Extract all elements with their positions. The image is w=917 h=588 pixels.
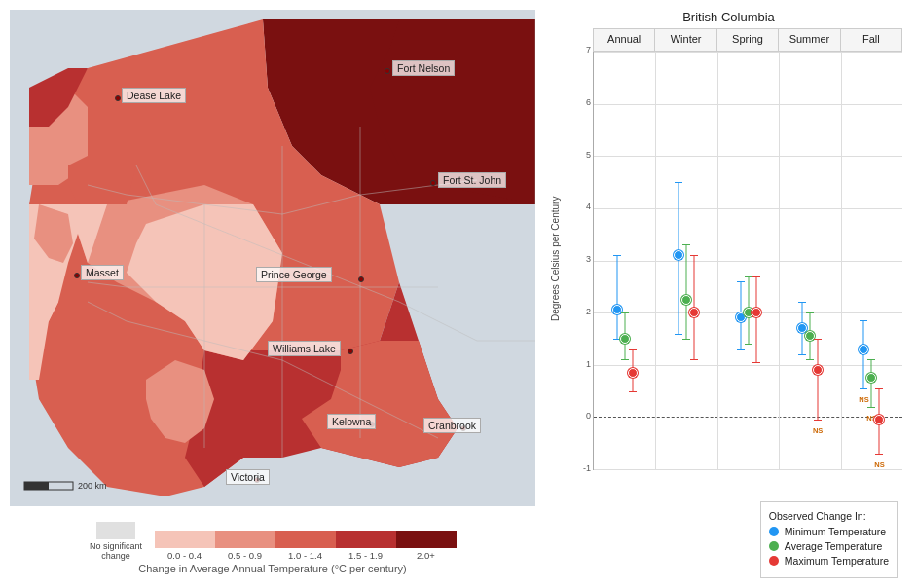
data-dot-avg_temp-col4: [866, 373, 876, 383]
legend-color-box: [215, 531, 275, 548]
col-header: Fall: [840, 28, 902, 52]
city-label-williams-lake: Williams Lake: [268, 341, 341, 356]
error-bar-top-cap: [682, 244, 690, 245]
map-area: 200 km Dease Lake Fort Nelson Fort St. J…: [10, 10, 535, 506]
chart-plot-area: NSNSNSNS: [593, 52, 902, 470]
error-bar-bottom-cap: [745, 344, 752, 345]
error-bar-top-cap: [798, 302, 806, 303]
legend-item: 0.0 - 0.4: [155, 531, 215, 561]
error-bar-bottom-cap: [814, 420, 822, 421]
error-bar-top-cap: [629, 349, 637, 350]
legend-item: 1.0 - 1.4: [275, 531, 336, 561]
city-label-fort-nelson: Fort Nelson: [392, 60, 455, 76]
error-bar-top-cap: [621, 312, 629, 313]
data-dot-max_temp-col3: [813, 365, 823, 375]
y-tick-label: 1: [564, 359, 591, 369]
chart-section: British Columbia Degrees Celsius per Cen…: [545, 0, 917, 588]
city-label-fort-stjohn: Fort St. John: [438, 172, 506, 188]
legend-axis-label: Change in Average Annual Temperature (°C…: [10, 563, 535, 574]
col-header: Annual: [593, 28, 654, 52]
data-dot-max_temp-col2: [752, 308, 761, 317]
y-tick-label: 0: [564, 411, 591, 421]
chart-legend-container: Observed Change In: Minimum Temperature …: [550, 494, 898, 578]
chart-inner: AnnualWinterSpringSummerFall NSNSNSNS -1…: [564, 28, 907, 490]
col-header: Spring: [716, 28, 778, 52]
legend-color-box: [155, 531, 215, 548]
legend-no-sig-box: [96, 522, 135, 539]
city-label-cranbrook: Cranbrook: [423, 418, 481, 433]
vertical-separator: [717, 52, 718, 469]
error-bar-top-cap: [690, 255, 698, 256]
y-tick-label: 4: [564, 202, 591, 211]
error-bar: [871, 359, 872, 406]
city-dot-fort-nelson: [385, 68, 390, 74]
legend-no-sig-label: No significantchange: [90, 541, 143, 561]
legend-dot-avg: [769, 541, 779, 551]
error-bar-top-cap: [752, 276, 760, 277]
data-dot-avg_temp-col0: [620, 334, 630, 344]
error-bar-bottom-cap: [682, 339, 690, 340]
city-dot-williams-lake: [348, 349, 353, 354]
error-bar-bottom-cap: [675, 334, 682, 335]
legend-avg-temp: Average Temperature: [769, 540, 889, 552]
error-bar-bottom-cap: [860, 388, 867, 389]
legend-color-box: [275, 531, 336, 548]
grid-line: [594, 469, 902, 470]
column-headers: AnnualWinterSpringSummerFall: [593, 28, 902, 52]
legend-no-significant: No significantchange: [90, 522, 143, 561]
error-bar-bottom-cap: [798, 354, 806, 355]
city-label-masset: Masset: [81, 265, 124, 280]
data-dot-avg_temp-col1: [681, 295, 691, 305]
map-section: 200 km Dease Lake Fort Nelson Fort St. J…: [0, 0, 545, 588]
legend-item: 0.5 - 0.9: [215, 531, 275, 561]
col-header: Winter: [654, 28, 715, 52]
legend-range-label: 0.0 - 0.4: [167, 550, 202, 561]
col-header: Summer: [778, 28, 839, 52]
error-bar-top-cap: [860, 320, 867, 321]
legend-color-box: [336, 531, 396, 548]
legend-label-min: Minimum Temperature: [785, 526, 886, 537]
ns-marker: NS: [859, 395, 868, 404]
legend-max-temp: Maximum Temperature: [769, 555, 889, 567]
city-label-victoria: Victoria: [226, 469, 270, 485]
grid-line: [594, 261, 902, 262]
legend-item: 1.5 - 1.9: [336, 531, 396, 561]
grid-line: [594, 52, 902, 53]
city-dot-fort-stjohn: [430, 180, 436, 186]
legend-range-label: 1.0 - 1.4: [288, 550, 322, 561]
y-tick-label: 5: [564, 150, 591, 160]
error-bar: [863, 320, 864, 388]
error-bar-top-cap: [875, 388, 883, 389]
error-bar-bottom-cap: [875, 454, 883, 455]
error-bar-top-cap: [814, 339, 822, 340]
chart-legend: Observed Change In: Minimum Temperature …: [760, 501, 898, 578]
error-bar-top-cap: [675, 182, 682, 183]
data-dot-max_temp-col0: [628, 368, 638, 378]
city-label-prince-george: Prince George: [256, 267, 332, 282]
error-bar-top-cap: [737, 281, 745, 282]
city-label-kelowna: Kelowna: [327, 414, 376, 429]
city-dot-dease-lake: [115, 95, 121, 101]
error-bar-bottom-cap: [752, 362, 760, 363]
legend-dot-max: [769, 556, 779, 566]
y-tick-label: 7: [564, 45, 591, 55]
city-label-dease-lake: Dease Lake: [122, 88, 186, 103]
error-bar-bottom-cap: [629, 391, 637, 392]
grid-line: [594, 365, 902, 366]
error-bar-bottom-cap: [690, 359, 698, 360]
ns-marker: NS: [813, 426, 823, 435]
ns-marker: NS: [874, 460, 884, 469]
data-dot-min_temp-col1: [674, 250, 683, 260]
error-bar-top-cap: [806, 312, 814, 313]
error-bar-top-cap: [867, 359, 875, 360]
main-container: 200 km Dease Lake Fort Nelson Fort St. J…: [0, 0, 917, 588]
city-dot-masset: [74, 273, 80, 278]
map-legend: No significantchange 0.0 - 0.4 0.5 - 0.9…: [10, 522, 535, 578]
y-tick-label: 6: [564, 97, 591, 107]
city-dot-prince-george: [358, 276, 364, 282]
legend-label-avg: Average Temperature: [785, 540, 883, 552]
legend-label-max: Maximum Temperature: [785, 555, 889, 567]
y-tick-label: 3: [564, 254, 591, 264]
svg-text:200 km: 200 km: [78, 481, 107, 491]
grid-line: [594, 104, 902, 105]
